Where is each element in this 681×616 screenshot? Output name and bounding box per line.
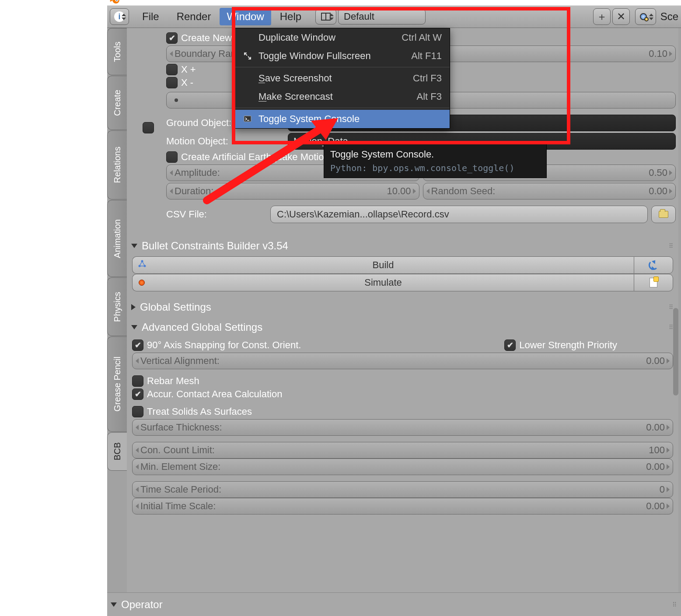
operator-label: Operator (121, 598, 163, 611)
initial-time-scale-field[interactable]: Initial Time Scale:0.00 (132, 498, 673, 514)
advanced-settings-title: Advanced Global Settings (142, 321, 262, 333)
duration-field[interactable]: Duration:10.00 (166, 183, 419, 200)
tab-tools[interactable]: Tools (107, 28, 127, 75)
grip-icon: ⠿ (672, 601, 678, 608)
vertical-alignment-field[interactable]: Vertical Alignment:0.00 (132, 353, 673, 369)
menu-toggle-fullscreen[interactable]: Toggle Window Fullscreen Alt F11 (234, 47, 450, 65)
scene-browse[interactable] (635, 8, 656, 25)
rebar-mesh-label: Rebar Mesh (147, 375, 199, 387)
csv-file-label: CSV File: (166, 209, 267, 220)
global-settings-header[interactable]: Global Settings ⠿ (129, 298, 676, 316)
chevron-down-icon (111, 602, 117, 607)
tool-tabs: Tools Create Relations Animation Physics… (107, 28, 127, 592)
scene-name[interactable]: Sce (660, 10, 678, 23)
menu-file[interactable]: File (133, 10, 168, 23)
svg-rect-6 (244, 116, 251, 122)
chevron-down-icon (131, 244, 137, 248)
record-icon (139, 280, 145, 286)
build-refresh-button[interactable] (634, 256, 673, 274)
accur-contact-checkbox[interactable] (132, 388, 143, 400)
csv-file-field[interactable]: C:\Users\Kazemian...ollapse\Record.csv (270, 206, 648, 223)
csv-file-browse-button[interactable] (651, 206, 676, 223)
menu-help[interactable]: Help (271, 10, 310, 23)
axis-snapping-label: 90° Axis Snapping for Const. Orient. (147, 340, 501, 351)
x-plus-label: X + (181, 64, 196, 75)
artificial-motion-label: Create Artificial Earthquake Motion (181, 151, 329, 163)
tab-physics[interactable]: Physics (107, 277, 127, 336)
axis-snapping-checkbox[interactable] (132, 340, 143, 351)
chevron-right-icon (131, 304, 136, 310)
tooltip-title: Toggle System Console. (330, 149, 540, 160)
screen-layout-name-text: Default (344, 11, 374, 22)
window-menu-dropdown: Duplicate Window Ctrl Alt W Toggle Windo… (234, 28, 450, 129)
blender-logo-icon (110, 0, 120, 5)
plus-icon: ＋ (597, 10, 607, 24)
menu-duplicate-window[interactable]: Duplicate Window Ctrl Alt W (234, 28, 450, 47)
header-bar: i File Render Window Help Default ＋ ✕ Sc… (107, 5, 681, 28)
menu-toggle-system-console[interactable]: Toggle System Console (234, 110, 450, 128)
treat-solids-checkbox[interactable] (132, 406, 143, 417)
chevron-down-icon (131, 325, 137, 329)
tooltip-python: Python: bpy.ops.wm.console_toggle() (330, 163, 540, 173)
artificial-motion-checkbox[interactable] (166, 151, 178, 163)
tab-bcb[interactable]: BCB (107, 432, 127, 471)
menu-window[interactable]: Window (220, 8, 271, 25)
bcb-panel-header[interactable]: Bullet Constraints Builder v3.54 ⠿ (129, 237, 676, 255)
scene-icon-2 (644, 17, 649, 21)
refresh-icon (649, 260, 658, 270)
new-document-icon (650, 278, 657, 287)
min-element-size-field[interactable]: Min. Element Size:0.00 (132, 458, 673, 475)
build-button[interactable]: Build (132, 256, 634, 274)
build-icon (138, 259, 147, 271)
simulate-new-button[interactable] (634, 274, 673, 291)
menu-make-screencast[interactable]: Make Screencast Alt F3 (234, 88, 450, 106)
add-screen-layout-button[interactable]: ＋ (593, 8, 611, 25)
bcb-panel-title: Bullet Constraints Builder v3.54 (142, 240, 288, 252)
simulate-button[interactable]: Simulate (132, 274, 634, 291)
time-scale-period-field[interactable]: Time Scale Period:0 (132, 481, 673, 498)
random-seed-field[interactable]: Random Seed:0.00 (423, 183, 676, 200)
treat-solids-label: Treat Solids As Surfaces (147, 406, 252, 417)
motion-object-label: Motion Object: (166, 136, 284, 147)
x-minus-label: X - (181, 77, 193, 88)
close-icon: ✕ (617, 10, 625, 23)
console-icon (242, 115, 253, 123)
folder-icon (659, 211, 668, 218)
tooltip: Toggle System Console. Python: bpy.ops.w… (324, 144, 547, 178)
window-titlebar: Blender [C:\Users\KazemianM\Desktop\Arti… (107, 0, 681, 5)
con-count-limit-field[interactable]: Con. Count Limit:100 (132, 442, 673, 458)
x-minus-checkbox[interactable] (166, 77, 178, 88)
rebar-mesh-checkbox[interactable] (132, 375, 143, 387)
global-settings-title: Global Settings (140, 301, 211, 313)
tab-animation[interactable]: Animation (107, 200, 127, 277)
editor-type-selector[interactable]: i (110, 8, 129, 25)
grip-icon: ⠿ (669, 242, 674, 249)
menu-save-screenshot[interactable]: Save Screenshot Ctrl F3 (234, 69, 450, 88)
tab-create[interactable]: Create (107, 76, 127, 130)
operator-panel[interactable]: Operator ⠿ (107, 592, 681, 616)
enable-foundation-checkbox[interactable] (143, 122, 154, 133)
fullscreen-icon (242, 52, 253, 60)
lower-strength-checkbox[interactable] (504, 340, 516, 351)
menu-render[interactable]: Render (168, 10, 220, 23)
create-new-checkbox[interactable] (166, 32, 178, 44)
accur-contact-label: Accur. Contact Area Calculation (147, 388, 282, 400)
tab-grease-pencil[interactable]: Grease Pencil (107, 336, 127, 432)
lower-strength-label: Lower Strength Priority (519, 340, 617, 351)
screen-layout-browse[interactable] (315, 9, 336, 24)
advanced-settings-header[interactable]: Advanced Global Settings ⠿ (129, 318, 676, 336)
screen-layout-name[interactable]: Default (338, 9, 426, 24)
delete-screen-layout-button[interactable]: ✕ (612, 8, 630, 25)
surface-thickness-field[interactable]: Surface Thickness:0.00 (132, 419, 673, 436)
x-plus-checkbox[interactable] (166, 64, 178, 75)
scrollbar-thumb[interactable] (673, 308, 678, 396)
tab-relations[interactable]: Relations (107, 130, 127, 200)
